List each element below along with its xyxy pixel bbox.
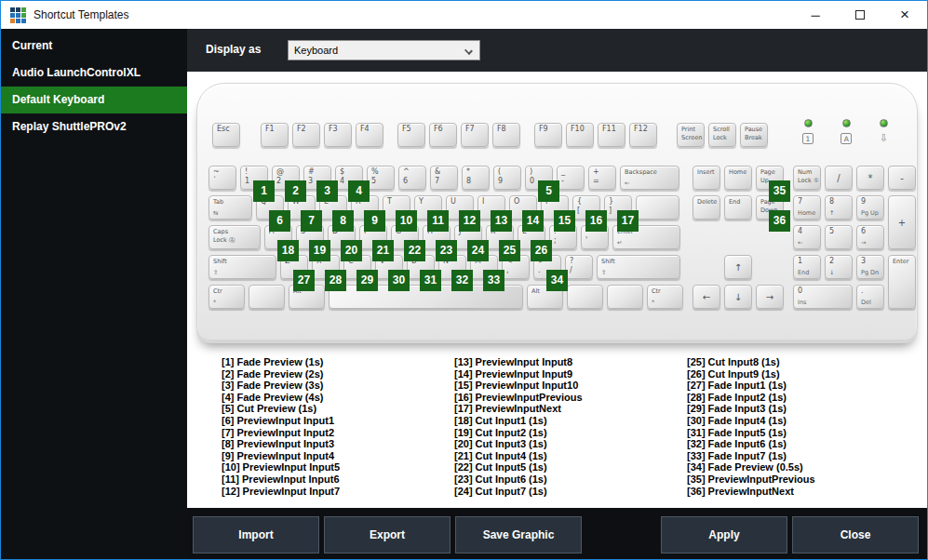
shortcut-column-1: [1] Fade Preview (1s)[2] Fade Preview (2… [222,356,454,497]
import-button[interactable]: Import [193,516,319,553]
maximize-icon [855,10,865,20]
key-blank [567,285,603,309]
close-button[interactable]: Close [792,516,919,553]
export-button[interactable]: Export [324,516,451,553]
key-3: #33 [303,166,331,190]
key-insert: Insert [693,166,720,190]
key-pageup: PageUp35 [756,166,784,190]
minimize-icon: ─ [811,8,819,22]
shortcut-badge-26: 26 [531,240,552,261]
shortcut-badge-8: 8 [332,210,354,232]
shortcut-entry: [21] Cut Input4 (1s) [454,450,687,462]
shortcut-entry: [5] Cut Preview (1s) [222,403,454,415]
key-9: (9 [493,166,521,190]
keyboard-row-5: Ctr*AltAltCtr* [208,285,683,309]
app-icon-square [10,7,15,12]
sidebar-item-replay-shuttleprov2[interactable]: Replay ShuttlePROv2 [1,113,187,140]
shortcut-entry: [20] Cut Input3 (1s) [454,438,687,450]
shortcut-list: [1] Fade Preview (1s)[2] Fade Preview (2… [222,356,920,497]
sidebar-item-audio-launchcontrolxl[interactable]: Audio LaunchControlXL [1,60,187,87]
save-graphic-button[interactable]: Save Graphic [455,516,582,553]
key-8: *8 [462,166,490,190]
shortcut-badge-5: 5 [538,180,559,202]
top-toolbar: Display as Keyboard [187,29,927,72]
key-f10: F10 [566,123,594,147]
shortcut-entry: [27] Fade Input1 (1s) [687,380,920,392]
shortcut-badge-21: 21 [372,240,394,261]
shortcut-column-3: [25] Cut Input8 (1s)[26] Cut Input9 (1s)… [687,356,920,497]
window-controls: ─ × [793,1,927,29]
key-i: I13 [477,195,505,220]
shortcut-badge-27: 27 [293,270,315,291]
minimize-button[interactable]: ─ [793,1,838,29]
shortcut-badge-1: 1 [253,180,275,202]
sidebar-item-default-keyboard[interactable]: Default Keyboard [1,87,187,113]
shortcut-badge-30: 30 [388,270,410,291]
shortcut-entry: [24] Cut Input7 (1s) [454,486,687,498]
keyboard-row-2: Tab⇆Q6W7E8R9T10Y11U12I13O14P15{[16}]17 [208,195,683,220]
shortcut-entry: [6] PreviewInput Input1 [222,415,454,427]
key-delete: Delete [693,195,720,220]
app-icon-square [10,19,15,23]
app-icon-square [21,7,26,12]
shortcut-entry: [17] PreviewInputNext [454,403,687,415]
key-capslock: CapsLock Ⓐ [208,225,261,249]
shortcut-entry: [15] PreviewInput Input10 [454,380,687,392]
shortcut-badge-29: 29 [356,270,378,291]
shortcut-entry: [22] Cut Input5 (1s) [454,461,687,473]
close-button[interactable]: × [882,1,927,29]
shortcut-badge-34: 34 [546,270,568,291]
shortcut-entry: [29] Fade Input3 (1s) [687,403,920,415]
key-f3: F3 [324,123,352,147]
app-icon-square [10,13,15,18]
keyboard-row-1: ~`!11@22#33$44%5^6&7*8(9)05_-+=Backspace… [208,166,683,190]
sidebar-item-current[interactable]: Current [1,33,187,60]
shortcut-badge-33: 33 [483,270,504,291]
app-icon [10,7,26,23]
shortcut-entry: [2] Fade Preview (2s) [222,368,454,380]
shortcut-entry: [34] Fade Preview (0.5s) [687,461,920,473]
shortcut-badge-25: 25 [499,240,520,261]
num-lock-led: 1 [802,119,814,144]
maximize-button[interactable] [838,1,882,29]
footer-bar: ImportExportSave GraphicApplyClose [187,508,927,560]
shortcut-entry: [10] PreviewInput Input5 [222,461,454,473]
key-f7: F7 [461,123,489,147]
key-7: &7 [430,166,458,190]
key-0: 0Ins [793,285,853,309]
key-7: 7Home [793,195,821,220]
key-backspace: Backspace← [620,166,679,190]
shortcut-badge-4: 4 [348,180,370,202]
shortcut-entry: [28] Fade Input2 (1s) [687,392,920,404]
key-blank: ← [693,285,720,309]
window-title: Shortcut Templates [34,8,129,21]
key-3: 3Pg Dn [856,255,884,279]
key-enter: Enter [888,255,916,309]
shortcut-badge-19: 19 [309,240,330,261]
key-pausebreak: PauseBreak [740,123,768,147]
shortcut-badge-6: 6 [269,210,290,232]
shortcut-entry: [32] Fade Input6 (1s) [687,438,920,450]
key-f9: F9 [534,123,562,147]
keyboard-nav-cluster: InsertHomePageUp35DeleteEndPageDown36↑←↓… [693,166,784,309]
display-as-select[interactable]: Keyboard [288,40,480,60]
key-shift: Shift⇧ [597,255,680,279]
shortcut-badge-13: 13 [491,210,512,232]
shortcut-badge-2: 2 [285,180,306,202]
key-blank: += [588,166,616,190]
shortcut-badge-28: 28 [325,270,346,291]
key-2: @22 [272,166,300,190]
main-panel: EscF1F2F3F4F5F6F7F8F9F10F11F12PrintScree… [187,72,927,508]
shortcut-badge-14: 14 [522,210,544,232]
shortcut-badge-36: 36 [769,210,790,232]
shortcut-badge-32: 32 [451,270,473,291]
key-ctr: Ctr* [208,285,245,309]
keyboard-graphic: EscF1F2F3F4F5F6F7F8F9F10F11F12PrintScree… [196,83,918,340]
scroll-lock-led-icon: ⇩ [880,133,888,144]
key-blank: }]17 [604,195,632,220]
shortcut-badge-23: 23 [436,240,457,261]
shortcut-entry: [36] PreviewInputNext [687,486,920,498]
key-8: 8↑ [825,195,853,220]
app-icon-square [16,19,20,23]
apply-button[interactable]: Apply [661,516,787,553]
